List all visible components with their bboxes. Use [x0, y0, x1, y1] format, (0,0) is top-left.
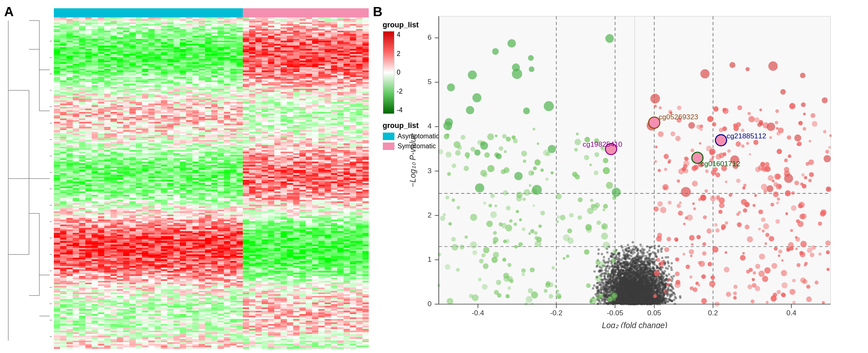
svg-point-1277 [670, 268, 673, 271]
svg-point-3926 [619, 278, 621, 280]
svg-point-4279 [658, 201, 663, 207]
svg-point-4419 [590, 297, 597, 304]
svg-point-3872 [661, 285, 664, 288]
svg-point-3934 [641, 279, 643, 281]
svg-point-4477 [514, 245, 518, 249]
svg-point-4004 [628, 293, 631, 296]
svg-point-4066 [786, 212, 788, 215]
svg-point-4329 [804, 264, 806, 266]
svg-point-4581 [784, 174, 793, 183]
svg-point-3525 [621, 265, 623, 268]
svg-point-2721 [630, 249, 632, 251]
svg-point-4398 [523, 160, 526, 163]
svg-point-4402 [531, 292, 538, 299]
svg-point-3817 [631, 241, 634, 244]
svg-point-3970 [636, 265, 638, 267]
svg-point-2565 [661, 257, 663, 259]
svg-point-4298 [716, 154, 721, 160]
svg-point-3945 [620, 292, 622, 295]
svg-point-4023 [607, 293, 609, 295]
svg-point-2177 [600, 270, 602, 273]
svg-point-3995 [637, 284, 640, 286]
svg-point-4406 [602, 225, 606, 228]
svg-point-4080 [725, 181, 727, 183]
svg-point-4114 [758, 271, 764, 277]
label-cg05269323: cg05269323 [659, 113, 699, 121]
svg-point-4035 [621, 300, 624, 302]
svg-point-4306 [763, 223, 769, 229]
svg-point-4144 [752, 204, 755, 207]
svg-point-4088 [806, 285, 810, 289]
svg-point-4090 [747, 285, 752, 290]
svg-point-4352 [537, 143, 539, 145]
svg-point-4195 [781, 293, 786, 297]
svg-point-4489 [486, 220, 493, 227]
point-cg05269323 [649, 117, 660, 128]
svg-point-3949 [626, 284, 629, 287]
svg-point-1531 [660, 250, 663, 253]
svg-point-4249 [808, 160, 814, 165]
svg-point-4334 [721, 227, 724, 230]
svg-point-4451 [490, 211, 497, 218]
svg-point-4255 [810, 253, 814, 257]
svg-point-3631 [602, 279, 604, 281]
svg-point-3715 [647, 302, 650, 304]
svg-point-4170 [803, 279, 808, 284]
svg-point-4097 [818, 222, 822, 226]
svg-point-4525 [603, 242, 610, 249]
svg-point-3758 [659, 296, 662, 299]
svg-point-4545 [471, 147, 476, 152]
svg-point-4307 [685, 216, 688, 220]
svg-point-4353 [447, 172, 451, 176]
svg-point-4236 [804, 176, 808, 179]
svg-point-2467 [633, 245, 635, 248]
svg-point-2052 [665, 256, 667, 259]
svg-point-4056 [737, 105, 742, 110]
svg-point-3696 [640, 249, 642, 252]
svg-point-4464 [502, 134, 507, 138]
svg-point-4053 [741, 145, 745, 148]
svg-point-3994 [609, 278, 612, 280]
svg-text:−Log₁₀ P-value: −Log₁₀ P-value [409, 133, 417, 187]
svg-point-4185 [776, 174, 781, 179]
svg-point-3742 [644, 271, 647, 273]
svg-point-4231 [723, 108, 729, 114]
svg-point-3614 [670, 295, 672, 297]
svg-point-3399 [650, 296, 653, 299]
svg-point-4159 [759, 254, 765, 260]
svg-point-2505 [597, 253, 600, 255]
svg-point-4335 [699, 128, 703, 131]
svg-point-4252 [753, 271, 756, 275]
svg-point-4127 [699, 142, 701, 145]
svg-point-3878 [625, 269, 628, 272]
svg-point-4289 [755, 286, 760, 291]
svg-point-3227 [612, 264, 614, 267]
svg-point-4409 [443, 213, 446, 216]
heatmap-area: group_list 4 2 0 -2 -4 group_list [4, 4, 369, 349]
svg-point-4508 [448, 222, 452, 225]
svg-point-3752 [617, 270, 620, 273]
svg-point-4200 [733, 296, 737, 300]
svg-point-3865 [640, 264, 642, 266]
svg-point-4210 [828, 146, 831, 149]
svg-point-4273 [667, 161, 670, 164]
svg-point-4462 [538, 225, 542, 228]
svg-point-4277 [683, 222, 686, 225]
svg-point-4431 [576, 133, 579, 135]
svg-point-3699 [655, 291, 657, 294]
svg-point-3905 [638, 276, 640, 279]
panel-b-label: B [373, 4, 382, 19]
svg-point-2886 [645, 255, 648, 257]
svg-point-4172 [765, 233, 769, 237]
svg-point-4519 [534, 236, 538, 240]
svg-point-4439 [606, 182, 613, 189]
svg-point-4242 [802, 184, 806, 189]
svg-point-4466 [521, 151, 527, 157]
svg-point-4416 [595, 275, 602, 281]
svg-point-4268 [695, 282, 699, 285]
svg-point-4548 [688, 122, 695, 129]
svg-point-3804 [642, 292, 645, 294]
svg-point-4007 [639, 297, 641, 299]
svg-point-4339 [682, 253, 685, 256]
svg-point-4191 [736, 213, 740, 216]
